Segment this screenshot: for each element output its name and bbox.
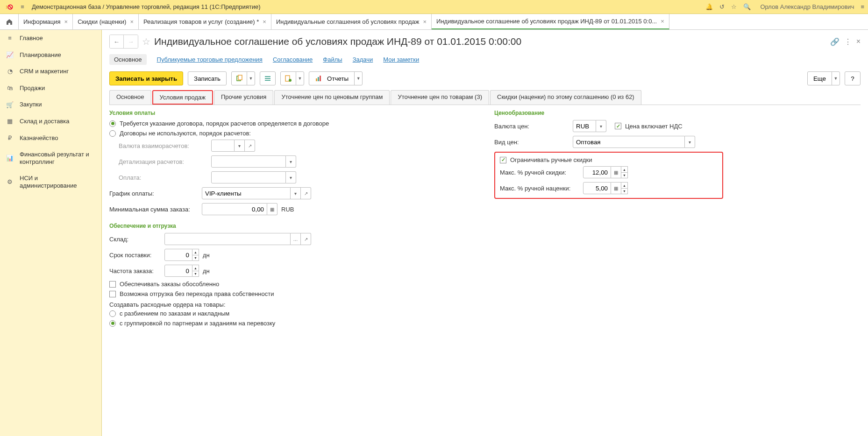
- link-icon[interactable]: 🔗: [830, 37, 840, 46]
- radio-contract[interactable]: Требуется указание договора, порядок рас…: [109, 120, 476, 127]
- create-dropdown-button[interactable]: ▼: [296, 71, 304, 85]
- create-on-basis-button[interactable]: [280, 71, 296, 85]
- tab-sales-doc[interactable]: Реализация товаров и услуг (создание) * …: [139, 14, 271, 29]
- bell-icon[interactable]: 🔔: [705, 3, 713, 10]
- sidebar-item-treasury[interactable]: ₽Казначейство: [0, 130, 101, 147]
- section-files[interactable]: Файлы: [323, 56, 342, 63]
- open-icon[interactable]: ↗: [245, 140, 255, 152]
- dtab-price-groups[interactable]: Уточнение цен по ценовым группам: [274, 90, 390, 105]
- dtab-discounts[interactable]: Скидки (наценки) по этому соглашению (0 …: [490, 90, 641, 105]
- sidebar-item-finance[interactable]: 📊Финансовый результат и контроллинг: [0, 146, 101, 170]
- dropdown-icon[interactable]: ▾: [286, 155, 296, 168]
- max-discount-input[interactable]: [583, 166, 611, 178]
- min-order-input[interactable]: [202, 203, 267, 215]
- dropdown-icon[interactable]: ▾: [685, 136, 695, 148]
- dropdown-icon[interactable]: ▾: [235, 140, 245, 152]
- check-limit-discounts[interactable]: Ограничивать ручные скидки: [500, 156, 718, 163]
- spin-up-icon[interactable]: ▲: [192, 249, 199, 255]
- calc-icon[interactable]: ▦: [611, 166, 621, 178]
- settings-icon[interactable]: ≡: [861, 3, 864, 10]
- close-icon[interactable]: ×: [64, 18, 68, 25]
- sidebar-item-warehouse[interactable]: ▦Склад и доставка: [0, 113, 101, 130]
- help-button[interactable]: ?: [845, 71, 861, 85]
- reports-button[interactable]: Отчеты: [309, 71, 355, 85]
- payment-input[interactable]: [211, 171, 286, 183]
- tab-agreements-list[interactable]: Индивидуальные соглашения об условиях пр…: [271, 14, 432, 29]
- calc-icon[interactable]: ▦: [611, 182, 621, 194]
- check-separate[interactable]: Обеспечивать заказы обособленно: [109, 281, 476, 288]
- schedule-input[interactable]: [202, 187, 291, 199]
- tab-discounts[interactable]: Скидки (наценки) ×: [73, 14, 139, 29]
- radio-by-partners[interactable]: с группировкой по партнерам и заданиям н…: [109, 320, 476, 327]
- radio-by-orders[interactable]: с разбиением по заказам и накладным: [109, 310, 476, 317]
- delivery-input[interactable]: [164, 249, 192, 261]
- check-vat[interactable]: Цена включает НДС: [615, 123, 683, 130]
- radio-no-contract[interactable]: Договоры не используются, порядок расчет…: [109, 130, 476, 137]
- spin-down-icon[interactable]: ▼: [621, 172, 628, 178]
- max-markup-input[interactable]: [583, 182, 611, 194]
- price-type-input[interactable]: [573, 136, 685, 148]
- close-icon[interactable]: ×: [263, 18, 266, 25]
- more-icon[interactable]: ⋮: [844, 37, 852, 46]
- save-button[interactable]: Записать: [188, 71, 227, 85]
- dtab-price-goods[interactable]: Уточнение цен по товарам (3): [391, 90, 489, 105]
- check-no-transfer[interactable]: Возможна отгрузка без перехода права соб…: [109, 290, 476, 297]
- spin-up-icon[interactable]: ▲: [621, 182, 628, 188]
- copy-button[interactable]: [231, 71, 247, 85]
- dtab-other[interactable]: Прочие условия: [214, 90, 273, 105]
- sidebar-item-main[interactable]: ≡Главное: [0, 30, 101, 47]
- save-close-button[interactable]: Записать и закрыть: [109, 71, 183, 85]
- dropdown-icon[interactable]: ▾: [286, 171, 296, 183]
- calc-icon[interactable]: ▦: [267, 203, 277, 215]
- ellipsis-icon[interactable]: …: [291, 233, 301, 245]
- close-icon[interactable]: ×: [423, 18, 427, 25]
- favorite-icon[interactable]: ☆: [142, 36, 150, 47]
- section-offers[interactable]: Публикуемые торговые предложения: [157, 56, 263, 63]
- copy-dropdown-button[interactable]: ▼: [247, 71, 255, 85]
- forward-button[interactable]: →: [124, 35, 138, 48]
- star-icon[interactable]: ☆: [731, 3, 737, 10]
- section-approval[interactable]: Согласование: [273, 56, 313, 63]
- section-main[interactable]: Основное: [109, 54, 147, 65]
- more-button[interactable]: Еще: [807, 71, 832, 85]
- sidebar-item-sales[interactable]: 🛍Продажи: [0, 80, 101, 97]
- warehouse-input[interactable]: [164, 233, 291, 245]
- schedule-label: График оплаты:: [109, 190, 198, 197]
- spin-up-icon[interactable]: ▲: [192, 265, 199, 271]
- close-icon[interactable]: ×: [130, 18, 134, 25]
- spin-down-icon[interactable]: ▼: [192, 271, 199, 277]
- history-icon[interactable]: ↺: [719, 3, 725, 10]
- dtab-sales[interactable]: Условия продаж: [152, 90, 213, 105]
- tab-info[interactable]: Информация ×: [19, 14, 73, 29]
- price-currency-input[interactable]: [573, 120, 596, 132]
- search-icon[interactable]: 🔍: [743, 3, 751, 10]
- detail-input[interactable]: [211, 155, 286, 168]
- section-tasks[interactable]: Задачи: [353, 56, 373, 63]
- home-tab[interactable]: [0, 14, 19, 29]
- spin-up-icon[interactable]: ▲: [621, 166, 628, 172]
- open-icon[interactable]: ↗: [301, 187, 311, 199]
- gear-icon: ⚙: [6, 178, 14, 185]
- more-dropdown-button[interactable]: ▼: [832, 71, 840, 85]
- tab-agreement-doc[interactable]: Индивидуальное соглашение об условиях пр…: [432, 14, 669, 29]
- dropdown-icon[interactable]: ▾: [291, 187, 301, 199]
- dropdown-icon[interactable]: ▾: [596, 120, 606, 132]
- section-notes[interactable]: Мои заметки: [383, 56, 419, 63]
- back-button[interactable]: ←: [110, 35, 124, 48]
- frequency-input[interactable]: [164, 265, 192, 277]
- currency-input[interactable]: [211, 140, 235, 152]
- spin-down-icon[interactable]: ▼: [621, 188, 628, 194]
- open-icon[interactable]: ↗: [301, 233, 311, 245]
- spin-down-icon[interactable]: ▼: [192, 255, 199, 261]
- close-doc-icon[interactable]: ×: [856, 37, 861, 46]
- dtab-main[interactable]: Основное: [109, 90, 151, 105]
- list-button[interactable]: [260, 71, 276, 85]
- user-name[interactable]: Орлов Александр Владимирович: [760, 3, 854, 10]
- sidebar-item-planning[interactable]: 📈Планирование: [0, 47, 101, 63]
- sidebar-item-admin[interactable]: ⚙НСИ и администрирование: [0, 170, 101, 194]
- sidebar-item-crm[interactable]: ◔CRM и маркетинг: [0, 63, 101, 80]
- sidebar-item-purchases[interactable]: 🛒Закупки: [0, 96, 101, 113]
- reports-dropdown-button[interactable]: ▼: [354, 71, 363, 85]
- main-menu-icon[interactable]: ≡: [18, 3, 27, 10]
- close-icon[interactable]: ×: [661, 18, 664, 25]
